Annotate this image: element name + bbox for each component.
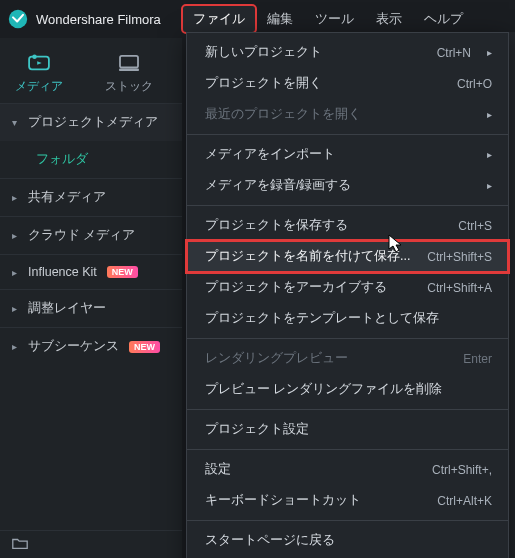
sidebar-tab-media[interactable]: メディア (12, 54, 66, 95)
menu-item-label: メディアをインポート (205, 146, 335, 163)
menu-separator (187, 205, 508, 206)
menu-save-project[interactable]: プロジェクトを保存する Ctrl+S (187, 210, 508, 241)
sidebar-item-label: 調整レイヤー (28, 300, 106, 317)
shortcut-label: Ctrl+O (457, 77, 492, 91)
sidebar-item-subsequence[interactable]: ▸ サブシーケンス NEW (0, 327, 182, 365)
sidebar-item-label: クラウド メディア (28, 227, 135, 244)
sidebar-item-influence-kit[interactable]: ▸ Influence Kit NEW (0, 254, 182, 289)
sidebar-tab-media-label: メディア (15, 78, 63, 95)
sidebar: メディア ストック ▾ プロジェクトメディア フォルダ ▸ 共有メディア ▸ ク… (0, 38, 182, 558)
sidebar-item-label: Influence Kit (28, 265, 97, 279)
chevron-right-icon: ▸ (12, 192, 22, 203)
sidebar-item-label: 共有メディア (28, 189, 106, 206)
menu-view[interactable]: 表示 (366, 6, 412, 32)
sidebar-item-shared-media[interactable]: ▸ 共有メディア (0, 178, 182, 216)
menu-item-label: メディアを録音/録画する (205, 177, 351, 194)
menu-item-label: プロジェクトをアーカイブする (205, 279, 387, 296)
sidebar-item-label: サブシーケンス (28, 338, 119, 355)
sidebar-item-label: フォルダ (36, 152, 88, 166)
menu-render-preview: レンダリングプレビュー Enter (187, 343, 508, 374)
chevron-right-icon: ▸ (12, 230, 22, 241)
menu-keyboard-shortcuts[interactable]: キーボードショートカット Ctrl+Alt+K (187, 485, 508, 516)
menu-separator (187, 134, 508, 135)
menu-item-label: プロジェクト設定 (205, 421, 309, 438)
chevron-right-icon: ▸ (487, 180, 492, 191)
menu-item-label: スタートページに戻る (205, 532, 335, 549)
menu-item-label: プロジェクトを保存する (205, 217, 348, 234)
menu-new-project[interactable]: 新しいプロジェクト Ctrl+N ▸ (187, 37, 508, 68)
new-badge: NEW (129, 341, 160, 353)
svg-rect-3 (120, 56, 138, 68)
svg-rect-4 (119, 68, 139, 71)
svg-point-2 (32, 54, 37, 59)
chevron-right-icon: ▸ (12, 267, 22, 278)
app-logo-icon (8, 9, 28, 29)
sidebar-tabs: メディア ストック (0, 38, 182, 103)
menu-tools[interactable]: ツール (305, 6, 364, 32)
svg-point-0 (9, 10, 27, 28)
sidebar-item-adjustment-layer[interactable]: ▸ 調整レイヤー (0, 289, 182, 327)
sidebar-item-label: プロジェクトメディア (28, 114, 158, 131)
menu-item-label: 設定 (205, 461, 231, 478)
menu-save-template[interactable]: プロジェクトをテンプレートとして保存 (187, 303, 508, 334)
shortcut-label: Ctrl+N (437, 46, 471, 60)
chevron-down-icon: ▾ (12, 117, 22, 128)
menu-item-label: プレビュー レンダリングファイルを削除 (205, 381, 442, 398)
menu-separator (187, 409, 508, 410)
menu-import-media[interactable]: メディアをインポート ▸ (187, 139, 508, 170)
menu-delete-render[interactable]: プレビュー レンダリングファイルを削除 (187, 374, 508, 405)
shortcut-label: Ctrl+Shift+, (432, 463, 492, 477)
menubar: ファイル 編集 ツール 表示 ヘルプ (183, 6, 473, 32)
menu-start-page[interactable]: スタートページに戻る (187, 525, 508, 556)
menu-item-label: 最近のプロジェクトを開く (205, 106, 361, 123)
stock-icon (118, 54, 140, 72)
menu-open-project[interactable]: プロジェクトを開く Ctrl+O (187, 68, 508, 99)
menu-record-media[interactable]: メディアを録音/録画する ▸ (187, 170, 508, 201)
chevron-right-icon: ▸ (12, 341, 22, 352)
menu-save-as[interactable]: プロジェクトを名前を付けて保存... Ctrl+Shift+S (187, 241, 508, 272)
chevron-right-icon: ▸ (487, 149, 492, 160)
shortcut-label: Enter (463, 352, 492, 366)
folder-icon[interactable] (12, 537, 28, 553)
menu-item-label: プロジェクトを名前を付けて保存... (205, 248, 410, 265)
menu-file[interactable]: ファイル (183, 6, 255, 32)
app-title: Wondershare Filmora (36, 12, 161, 27)
media-icon (28, 54, 50, 72)
sidebar-item-project-media[interactable]: ▾ プロジェクトメディア (0, 103, 182, 141)
menu-item-label: キーボードショートカット (205, 492, 361, 509)
sidebar-bottom-bar (0, 530, 182, 558)
menu-item-label: プロジェクトを開く (205, 75, 322, 92)
menu-item-label: レンダリングプレビュー (205, 350, 348, 367)
menu-item-label: プロジェクトをテンプレートとして保存 (205, 310, 439, 327)
shortcut-label: Ctrl+S (458, 219, 492, 233)
menu-project-settings[interactable]: プロジェクト設定 (187, 414, 508, 445)
shortcut-label: Ctrl+Shift+S (427, 250, 492, 264)
file-dropdown: 新しいプロジェクト Ctrl+N ▸ プロジェクトを開く Ctrl+O 最近のプ… (186, 32, 509, 558)
menu-item-label: 新しいプロジェクト (205, 44, 322, 61)
menu-separator (187, 338, 508, 339)
shortcut-label: Ctrl+Shift+A (427, 281, 492, 295)
new-badge: NEW (107, 266, 138, 278)
sidebar-item-cloud-media[interactable]: ▸ クラウド メディア (0, 216, 182, 254)
sidebar-tab-stock-label: ストック (105, 78, 153, 95)
menu-separator (187, 449, 508, 450)
menu-edit[interactable]: 編集 (257, 6, 303, 32)
menu-open-recent: 最近のプロジェクトを開く ▸ (187, 99, 508, 130)
sidebar-tab-stock[interactable]: ストック (102, 54, 156, 95)
menu-settings[interactable]: 設定 Ctrl+Shift+, (187, 454, 508, 485)
shortcut-label: Ctrl+Alt+K (437, 494, 492, 508)
sidebar-item-folder[interactable]: フォルダ (0, 141, 182, 178)
menu-separator (187, 520, 508, 521)
chevron-right-icon: ▸ (487, 47, 492, 58)
menu-archive[interactable]: プロジェクトをアーカイブする Ctrl+Shift+A (187, 272, 508, 303)
menu-help[interactable]: ヘルプ (414, 6, 473, 32)
chevron-right-icon: ▸ (12, 303, 22, 314)
chevron-right-icon: ▸ (487, 109, 492, 120)
